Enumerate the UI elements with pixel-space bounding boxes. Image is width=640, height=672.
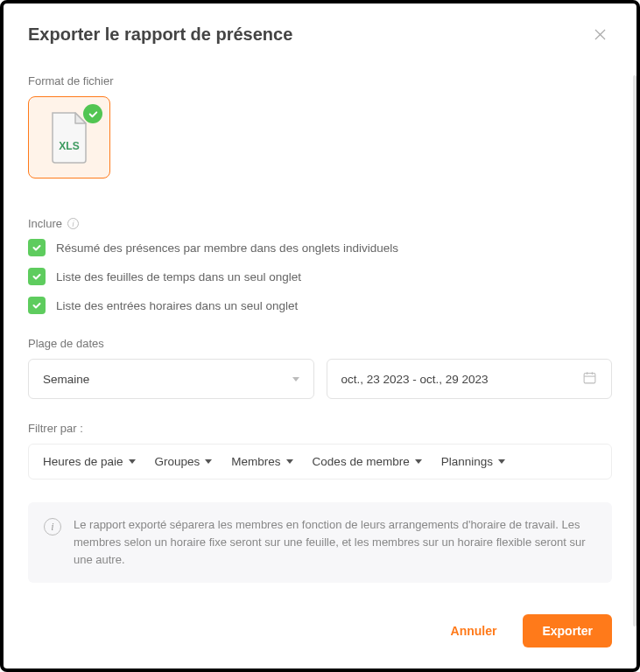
filter-label: Filtrer par : — [28, 422, 612, 435]
check-icon — [32, 242, 42, 253]
chevron-down-icon — [415, 459, 422, 464]
info-box: i Le rapport exporté séparera les membre… — [28, 502, 612, 583]
filter-label-text: Groupes — [155, 455, 200, 468]
include-option-1[interactable]: Liste des feuilles de temps dans un seul… — [28, 268, 612, 285]
file-type-text: XLS — [59, 140, 79, 152]
export-modal: Exporter le rapport de présence Format d… — [0, 0, 640, 672]
checkbox-label: Liste des entrées horaires dans un seul … — [56, 299, 298, 312]
chevron-down-icon — [205, 459, 212, 464]
chevron-down-icon — [129, 459, 136, 464]
filter-members[interactable]: Membres — [231, 455, 292, 468]
filter-label-text: Heures de paie — [43, 455, 123, 468]
date-picker[interactable]: oct., 23 2023 - oct., 29 2023 — [327, 359, 613, 399]
date-range-row: Semaine oct., 23 2023 - oct., 29 2023 — [28, 359, 612, 399]
period-selected: Semaine — [43, 373, 89, 386]
export-button[interactable]: Exporter — [523, 614, 612, 648]
file-format-label: Format de fichier — [28, 74, 612, 88]
cancel-button[interactable]: Annuler — [439, 615, 510, 647]
calendar-icon — [582, 370, 597, 388]
include-label-text: Inclure — [28, 217, 62, 230]
file-icon: XLS — [47, 111, 91, 164]
info-icon[interactable]: i — [67, 218, 79, 229]
filter-label-text: Plannings — [441, 455, 493, 468]
check-icon — [32, 300, 42, 311]
include-label: Inclure i — [28, 217, 612, 230]
filter-groups[interactable]: Groupes — [155, 455, 213, 468]
close-icon — [592, 26, 608, 43]
chevron-down-icon — [286, 459, 293, 464]
chevron-down-icon — [498, 459, 505, 464]
svg-rect-2 — [584, 374, 595, 383]
checkbox-label: Liste des feuilles de temps dans un seul… — [56, 270, 301, 284]
filter-bar: Heures de paie Groupes Membres Codes de … — [28, 444, 612, 480]
file-format-xls[interactable]: XLS — [28, 96, 110, 178]
checkbox-label: Résumé des présences par membre dans des… — [56, 242, 398, 255]
filter-plannings[interactable]: Plannings — [441, 455, 505, 468]
modal-header: Exporter le rapport de présence — [4, 4, 636, 62]
filter-pay-hours[interactable]: Heures de paie — [43, 455, 136, 468]
filter-label-text: Membres — [231, 455, 280, 468]
modal-footer: Annuler Exporter — [4, 597, 636, 668]
filter-member-codes[interactable]: Codes de membre — [313, 455, 422, 468]
include-option-2[interactable]: Liste des entrées horaires dans un seul … — [28, 297, 612, 314]
filter-label-text: Codes de membre — [313, 455, 410, 468]
info-icon: i — [44, 518, 61, 536]
checkbox[interactable] — [28, 239, 46, 256]
checkbox[interactable] — [28, 297, 46, 314]
close-button[interactable] — [588, 23, 612, 46]
period-select[interactable]: Semaine — [28, 359, 314, 399]
modal-body: Format de fichier XLS Inclure i — [4, 62, 636, 597]
check-icon — [32, 271, 42, 282]
modal-title: Exporter le rapport de présence — [28, 24, 292, 45]
include-option-0[interactable]: Résumé des présences par membre dans des… — [28, 239, 612, 256]
date-range-text: oct., 23 2023 - oct., 29 2023 — [341, 373, 489, 386]
chevron-down-icon — [292, 377, 299, 382]
checkbox[interactable] — [28, 268, 46, 285]
info-text: Le rapport exporté séparera les membres … — [74, 516, 596, 569]
date-range-label: Plage de dates — [28, 337, 612, 350]
